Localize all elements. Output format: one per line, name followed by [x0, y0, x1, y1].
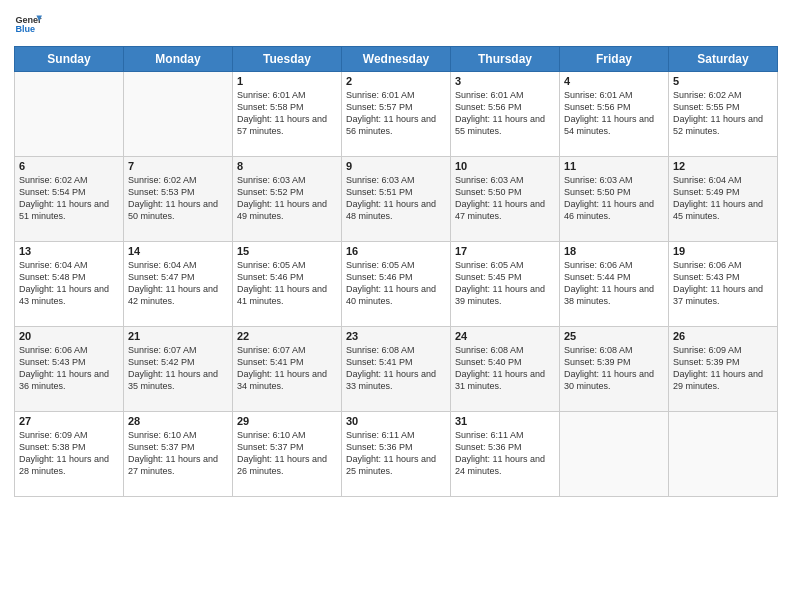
day-number: 11 — [564, 160, 664, 172]
day-number: 15 — [237, 245, 337, 257]
day-content: Sunrise: 6:07 AM Sunset: 5:41 PM Dayligh… — [237, 344, 337, 393]
day-number: 16 — [346, 245, 446, 257]
day-number: 6 — [19, 160, 119, 172]
day-content: Sunrise: 6:04 AM Sunset: 5:48 PM Dayligh… — [19, 259, 119, 308]
calendar-cell: 17Sunrise: 6:05 AM Sunset: 5:45 PM Dayli… — [451, 242, 560, 327]
day-number: 30 — [346, 415, 446, 427]
day-content: Sunrise: 6:10 AM Sunset: 5:37 PM Dayligh… — [128, 429, 228, 478]
day-content: Sunrise: 6:05 AM Sunset: 5:46 PM Dayligh… — [346, 259, 446, 308]
day-content: Sunrise: 6:03 AM Sunset: 5:52 PM Dayligh… — [237, 174, 337, 223]
calendar-week-4: 20Sunrise: 6:06 AM Sunset: 5:43 PM Dayli… — [15, 327, 778, 412]
day-content: Sunrise: 6:08 AM Sunset: 5:39 PM Dayligh… — [564, 344, 664, 393]
day-number: 7 — [128, 160, 228, 172]
day-number: 8 — [237, 160, 337, 172]
calendar-cell: 18Sunrise: 6:06 AM Sunset: 5:44 PM Dayli… — [560, 242, 669, 327]
page-container: General Blue SundayMondayTuesdayWednesda… — [0, 0, 792, 612]
calendar-cell: 22Sunrise: 6:07 AM Sunset: 5:41 PM Dayli… — [233, 327, 342, 412]
day-content: Sunrise: 6:01 AM Sunset: 5:58 PM Dayligh… — [237, 89, 337, 138]
day-number: 22 — [237, 330, 337, 342]
calendar-cell: 14Sunrise: 6:04 AM Sunset: 5:47 PM Dayli… — [124, 242, 233, 327]
calendar-cell: 3Sunrise: 6:01 AM Sunset: 5:56 PM Daylig… — [451, 72, 560, 157]
calendar-cell: 5Sunrise: 6:02 AM Sunset: 5:55 PM Daylig… — [669, 72, 778, 157]
day-number: 20 — [19, 330, 119, 342]
day-number: 25 — [564, 330, 664, 342]
day-number: 1 — [237, 75, 337, 87]
calendar-week-2: 6Sunrise: 6:02 AM Sunset: 5:54 PM Daylig… — [15, 157, 778, 242]
day-number: 24 — [455, 330, 555, 342]
day-content: Sunrise: 6:05 AM Sunset: 5:46 PM Dayligh… — [237, 259, 337, 308]
calendar-cell: 12Sunrise: 6:04 AM Sunset: 5:49 PM Dayli… — [669, 157, 778, 242]
day-number: 12 — [673, 160, 773, 172]
day-content: Sunrise: 6:05 AM Sunset: 5:45 PM Dayligh… — [455, 259, 555, 308]
day-content: Sunrise: 6:07 AM Sunset: 5:42 PM Dayligh… — [128, 344, 228, 393]
day-content: Sunrise: 6:06 AM Sunset: 5:43 PM Dayligh… — [673, 259, 773, 308]
calendar-cell: 21Sunrise: 6:07 AM Sunset: 5:42 PM Dayli… — [124, 327, 233, 412]
logo-icon: General Blue — [14, 10, 42, 38]
day-content: Sunrise: 6:04 AM Sunset: 5:49 PM Dayligh… — [673, 174, 773, 223]
calendar-cell: 11Sunrise: 6:03 AM Sunset: 5:50 PM Dayli… — [560, 157, 669, 242]
day-number: 18 — [564, 245, 664, 257]
day-content: Sunrise: 6:03 AM Sunset: 5:51 PM Dayligh… — [346, 174, 446, 223]
calendar-cell: 4Sunrise: 6:01 AM Sunset: 5:56 PM Daylig… — [560, 72, 669, 157]
calendar-cell: 28Sunrise: 6:10 AM Sunset: 5:37 PM Dayli… — [124, 412, 233, 497]
calendar-cell: 29Sunrise: 6:10 AM Sunset: 5:37 PM Dayli… — [233, 412, 342, 497]
day-content: Sunrise: 6:04 AM Sunset: 5:47 PM Dayligh… — [128, 259, 228, 308]
calendar-cell: 10Sunrise: 6:03 AM Sunset: 5:50 PM Dayli… — [451, 157, 560, 242]
day-number: 13 — [19, 245, 119, 257]
calendar-cell: 24Sunrise: 6:08 AM Sunset: 5:40 PM Dayli… — [451, 327, 560, 412]
day-content: Sunrise: 6:06 AM Sunset: 5:43 PM Dayligh… — [19, 344, 119, 393]
day-content: Sunrise: 6:10 AM Sunset: 5:37 PM Dayligh… — [237, 429, 337, 478]
weekday-header-row: SundayMondayTuesdayWednesdayThursdayFrid… — [15, 47, 778, 72]
day-number: 21 — [128, 330, 228, 342]
calendar-cell: 13Sunrise: 6:04 AM Sunset: 5:48 PM Dayli… — [15, 242, 124, 327]
weekday-header-tuesday: Tuesday — [233, 47, 342, 72]
calendar-cell: 31Sunrise: 6:11 AM Sunset: 5:36 PM Dayli… — [451, 412, 560, 497]
weekday-header-thursday: Thursday — [451, 47, 560, 72]
calendar-cell: 7Sunrise: 6:02 AM Sunset: 5:53 PM Daylig… — [124, 157, 233, 242]
day-content: Sunrise: 6:01 AM Sunset: 5:56 PM Dayligh… — [564, 89, 664, 138]
calendar-cell: 16Sunrise: 6:05 AM Sunset: 5:46 PM Dayli… — [342, 242, 451, 327]
day-number: 5 — [673, 75, 773, 87]
calendar-cell — [560, 412, 669, 497]
day-number: 3 — [455, 75, 555, 87]
day-content: Sunrise: 6:08 AM Sunset: 5:41 PM Dayligh… — [346, 344, 446, 393]
day-content: Sunrise: 6:06 AM Sunset: 5:44 PM Dayligh… — [564, 259, 664, 308]
day-number: 2 — [346, 75, 446, 87]
day-number: 31 — [455, 415, 555, 427]
day-number: 14 — [128, 245, 228, 257]
page-header: General Blue — [14, 10, 778, 38]
calendar-week-1: 1Sunrise: 6:01 AM Sunset: 5:58 PM Daylig… — [15, 72, 778, 157]
calendar-cell: 8Sunrise: 6:03 AM Sunset: 5:52 PM Daylig… — [233, 157, 342, 242]
day-content: Sunrise: 6:01 AM Sunset: 5:56 PM Dayligh… — [455, 89, 555, 138]
day-number: 27 — [19, 415, 119, 427]
day-content: Sunrise: 6:03 AM Sunset: 5:50 PM Dayligh… — [455, 174, 555, 223]
calendar-cell: 25Sunrise: 6:08 AM Sunset: 5:39 PM Dayli… — [560, 327, 669, 412]
day-content: Sunrise: 6:02 AM Sunset: 5:54 PM Dayligh… — [19, 174, 119, 223]
weekday-header-friday: Friday — [560, 47, 669, 72]
day-content: Sunrise: 6:02 AM Sunset: 5:53 PM Dayligh… — [128, 174, 228, 223]
weekday-header-monday: Monday — [124, 47, 233, 72]
day-content: Sunrise: 6:02 AM Sunset: 5:55 PM Dayligh… — [673, 89, 773, 138]
day-content: Sunrise: 6:01 AM Sunset: 5:57 PM Dayligh… — [346, 89, 446, 138]
day-content: Sunrise: 6:09 AM Sunset: 5:38 PM Dayligh… — [19, 429, 119, 478]
calendar-cell: 27Sunrise: 6:09 AM Sunset: 5:38 PM Dayli… — [15, 412, 124, 497]
day-number: 10 — [455, 160, 555, 172]
calendar-cell: 19Sunrise: 6:06 AM Sunset: 5:43 PM Dayli… — [669, 242, 778, 327]
calendar-week-5: 27Sunrise: 6:09 AM Sunset: 5:38 PM Dayli… — [15, 412, 778, 497]
day-number: 19 — [673, 245, 773, 257]
logo: General Blue — [14, 10, 42, 38]
svg-text:Blue: Blue — [15, 24, 35, 34]
day-content: Sunrise: 6:03 AM Sunset: 5:50 PM Dayligh… — [564, 174, 664, 223]
calendar-week-3: 13Sunrise: 6:04 AM Sunset: 5:48 PM Dayli… — [15, 242, 778, 327]
weekday-header-sunday: Sunday — [15, 47, 124, 72]
day-number: 29 — [237, 415, 337, 427]
weekday-header-wednesday: Wednesday — [342, 47, 451, 72]
weekday-header-saturday: Saturday — [669, 47, 778, 72]
day-content: Sunrise: 6:09 AM Sunset: 5:39 PM Dayligh… — [673, 344, 773, 393]
calendar-cell: 20Sunrise: 6:06 AM Sunset: 5:43 PM Dayli… — [15, 327, 124, 412]
calendar-table: SundayMondayTuesdayWednesdayThursdayFrid… — [14, 46, 778, 497]
day-number: 23 — [346, 330, 446, 342]
day-number: 28 — [128, 415, 228, 427]
calendar-cell: 30Sunrise: 6:11 AM Sunset: 5:36 PM Dayli… — [342, 412, 451, 497]
calendar-cell: 23Sunrise: 6:08 AM Sunset: 5:41 PM Dayli… — [342, 327, 451, 412]
